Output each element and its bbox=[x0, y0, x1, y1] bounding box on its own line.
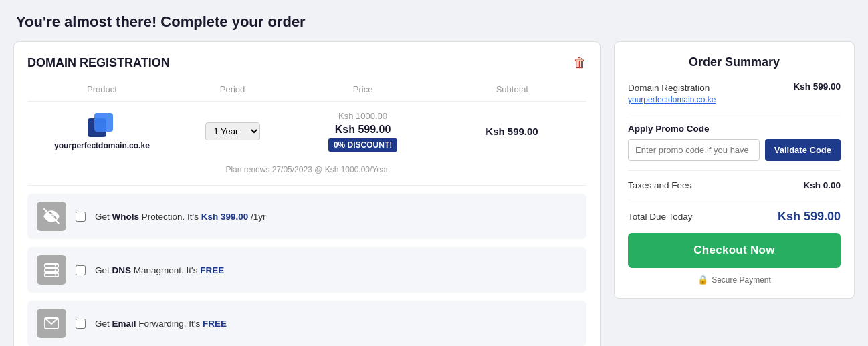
col-price: Price bbox=[288, 84, 437, 94]
dns-icon bbox=[43, 262, 60, 278]
email-checkbox[interactable] bbox=[76, 319, 86, 329]
svg-point-7 bbox=[55, 269, 56, 271]
whois-icon-box bbox=[37, 202, 66, 231]
taxes-value: Ksh 0.00 bbox=[803, 180, 841, 190]
subtotal-cell: Ksh 599.00 bbox=[437, 126, 586, 137]
secure-label: Secure Payment bbox=[712, 275, 771, 285]
period-cell: 1 Year 2 Years 3 Years bbox=[177, 122, 288, 140]
email-icon-box bbox=[37, 309, 66, 338]
col-period: Period bbox=[177, 84, 288, 94]
domain-name: yourperfectdomain.co.ke bbox=[54, 141, 150, 150]
promo-row: Validate Code bbox=[628, 139, 841, 161]
product-cell: yourperfectdomain.co.ke bbox=[27, 113, 177, 150]
right-panel: Order Summary Domain Registration yourpe… bbox=[614, 41, 855, 299]
renew-notice: Plan renews 27/05/2023 @ Ksh 1000.00/Yea… bbox=[27, 161, 586, 186]
order-summary-title: Order Summary bbox=[628, 55, 841, 69]
col-subtotal: Subtotal bbox=[437, 84, 586, 94]
taxes-line: Taxes and Fees Ksh 0.00 bbox=[628, 180, 841, 190]
summary-domain-line: Domain Registration yourperfectdomain.co… bbox=[628, 81, 841, 104]
current-price: Ksh 599.00 bbox=[335, 124, 391, 136]
domain-reg-title: DOMAIN REGISTRATION bbox=[27, 56, 170, 70]
svg-point-8 bbox=[55, 274, 56, 275]
addon-row-email: Get Email Forwarding. It's FREE bbox=[27, 301, 586, 346]
page-title: You're almost there! Complete your order bbox=[13, 13, 855, 31]
total-line: Total Due Today Ksh 599.00 bbox=[628, 210, 841, 224]
original-price: Ksh 1000.00 bbox=[338, 111, 387, 121]
dns-text: Get DNS Managment. It's FREE bbox=[95, 265, 224, 275]
addon-row-dns: Get DNS Managment. It's FREE bbox=[27, 247, 586, 293]
subtotal-price: Ksh 599.00 bbox=[485, 126, 538, 137]
svg-point-6 bbox=[55, 265, 56, 266]
addon-row-whois: Get WhoIs Protection. It's Ksh 399.00 /1… bbox=[27, 194, 586, 239]
domain-reg-price: Ksh 599.00 bbox=[793, 81, 841, 92]
email-icon bbox=[43, 315, 60, 331]
promo-label: Apply Promo Code bbox=[628, 124, 841, 134]
table-header: Product Period Price Subtotal bbox=[27, 81, 586, 102]
secure-payment: 🔒 Secure Payment bbox=[628, 275, 841, 285]
col-product: Product bbox=[27, 84, 177, 94]
domain-reg-label: Domain Registration bbox=[628, 83, 710, 93]
main-layout: DOMAIN REGISTRATION 🗑 Product Period Pri… bbox=[13, 41, 855, 346]
total-value: Ksh 599.00 bbox=[778, 210, 841, 224]
product-row: yourperfectdomain.co.ke 1 Year 2 Years 3… bbox=[27, 102, 586, 161]
promo-input[interactable] bbox=[628, 139, 760, 161]
delete-icon[interactable]: 🗑 bbox=[573, 55, 586, 71]
checkout-btn[interactable]: Checkout Now bbox=[628, 233, 841, 268]
domain-reg-header: DOMAIN REGISTRATION 🗑 bbox=[27, 55, 586, 71]
left-panel: DOMAIN REGISTRATION 🗑 Product Period Pri… bbox=[13, 41, 601, 346]
lock-icon: 🔒 bbox=[697, 275, 708, 285]
email-text: Get Email Forwarding. It's FREE bbox=[95, 319, 227, 329]
validate-btn[interactable]: Validate Code bbox=[765, 139, 841, 161]
taxes-label: Taxes and Fees bbox=[628, 180, 691, 190]
dns-checkbox[interactable] bbox=[76, 265, 86, 275]
domain-link[interactable]: yourperfectdomain.co.ke bbox=[628, 95, 716, 104]
price-cell: Ksh 1000.00 Ksh 599.00 0% DISCOUNT! bbox=[288, 111, 437, 152]
divider-1 bbox=[628, 114, 841, 114]
divider-3 bbox=[628, 200, 841, 200]
whois-checkbox[interactable] bbox=[76, 212, 86, 222]
discount-badge: 0% DISCOUNT! bbox=[328, 138, 397, 152]
domain-icon bbox=[88, 113, 116, 137]
dns-icon-box bbox=[37, 255, 66, 285]
divider-2 bbox=[628, 170, 841, 171]
period-select[interactable]: 1 Year 2 Years 3 Years bbox=[205, 122, 260, 140]
eye-slash-icon bbox=[43, 208, 60, 224]
whois-text: Get WhoIs Protection. It's Ksh 399.00 /1… bbox=[95, 212, 265, 222]
total-label: Total Due Today bbox=[628, 212, 693, 222]
